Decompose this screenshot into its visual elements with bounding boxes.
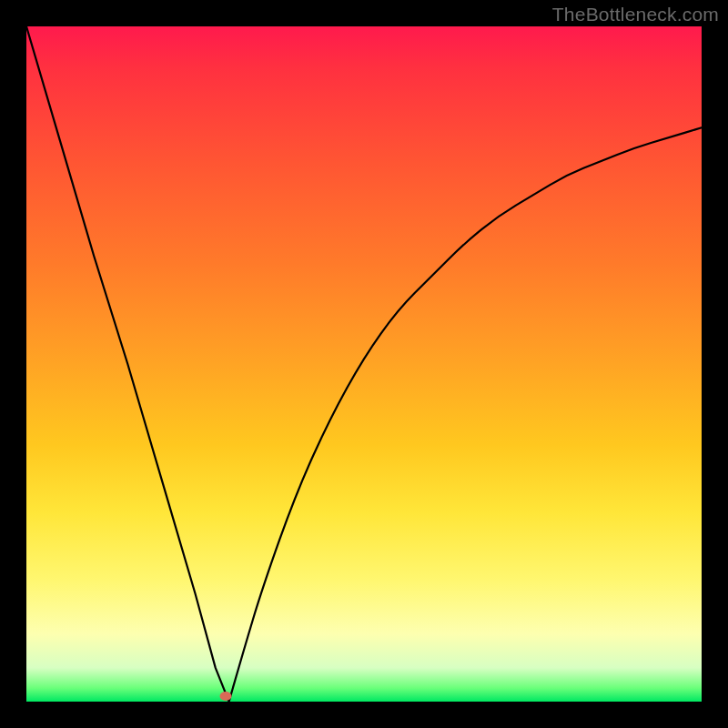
curve-path	[26, 26, 702, 702]
min-point-marker	[219, 692, 231, 701]
bottleneck-curve	[26, 26, 702, 702]
watermark-text: TheBottleneck.com	[552, 4, 719, 25]
plot-area	[26, 26, 702, 702]
chart-frame: TheBottleneck.com	[0, 0, 728, 728]
